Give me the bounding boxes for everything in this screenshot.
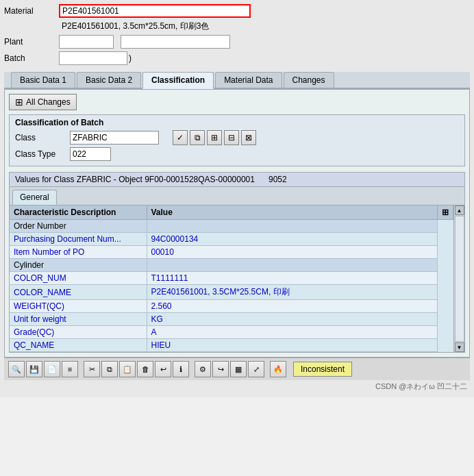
- material-description: P2E401561001, 3.5cm*25.5cm, 印刷3色: [62, 21, 470, 32]
- cell-description: Grade(QC): [10, 326, 147, 339]
- toolbar-search-btn[interactable]: 🔍: [8, 361, 25, 377]
- toolbar-delete-btn[interactable]: 🗑: [137, 361, 153, 377]
- table-row: Cylinder: [10, 259, 453, 272]
- table-row: Order Number: [10, 220, 453, 233]
- batch-input[interactable]: [59, 51, 127, 65]
- plant-input[interactable]: [59, 35, 114, 49]
- toolbar-undo-btn[interactable]: ↩: [155, 361, 171, 377]
- toolbar-fire-btn[interactable]: 🔥: [270, 361, 286, 377]
- toolbar-export-btn[interactable]: ⤢: [248, 361, 264, 377]
- check-icon-btn[interactable]: ✓: [173, 130, 188, 145]
- all-changes-button[interactable]: ⊞ All Changes: [9, 94, 77, 110]
- cell-value: P2E401561001, 3.5CM*25.5CM, 印刷: [147, 285, 438, 300]
- toolbar-redo-btn[interactable]: ↪: [212, 361, 229, 377]
- classification-section-title: Classification of Batch: [15, 118, 459, 127]
- cell-description: Item Number of PO: [10, 246, 147, 259]
- batch-row: Batch ): [4, 51, 470, 65]
- table-row: QC_NAMEHIEU: [10, 339, 453, 352]
- table-row: COLOR_NAMEP2E401561001, 3.5CM*25.5CM, 印刷: [10, 285, 453, 300]
- toolbar-copy-btn[interactable]: ⧉: [101, 361, 118, 377]
- table-row: Purchasing Document Num...94C0000134: [10, 233, 453, 246]
- classification-section: Classification of Batch Class ✓ ⧉ ⊞ ⊟ ⊠ …: [9, 114, 465, 166]
- plant-input2[interactable]: [121, 35, 230, 49]
- class-type-row: Class Type: [15, 147, 459, 161]
- grid2-icon-btn[interactable]: ⊟: [224, 130, 239, 145]
- class-type-input[interactable]: [70, 147, 111, 161]
- values-header: Values for Class ZFABRIC - Object 9F00-0…: [9, 172, 465, 187]
- class-label: Class: [15, 133, 70, 142]
- scrollbar[interactable]: ▲ ▼: [453, 205, 464, 352]
- tab-basic-data-1[interactable]: Basic Data 1: [11, 72, 75, 88]
- scroll-track: [455, 216, 464, 342]
- batch-label: Batch: [4, 53, 59, 63]
- col-description-header: Characteristic Description: [10, 205, 147, 220]
- cell-value: [147, 220, 438, 233]
- grid1-icon-btn[interactable]: ⊞: [207, 130, 222, 145]
- table-row: Grade(QC)A: [10, 326, 453, 339]
- values-number: 9052: [269, 175, 287, 184]
- material-input[interactable]: [59, 4, 251, 18]
- tab-basic-data-2[interactable]: Basic Data 2: [77, 72, 141, 88]
- toolbar-list-btn[interactable]: ≡: [62, 361, 78, 377]
- cell-value: HIEU: [147, 339, 438, 352]
- tab-material-data[interactable]: Material Data: [215, 72, 282, 88]
- table-row: Unit for weightKG: [10, 313, 453, 326]
- table-header-row: Characteristic Description Value ⊞: [10, 205, 453, 220]
- table-scroll-area: Characteristic Description Value ⊞ Order…: [10, 205, 453, 352]
- toolbar-doc-btn[interactable]: 📄: [44, 361, 60, 377]
- class-type-label: Class Type: [15, 149, 70, 159]
- toolbar-paste-btn[interactable]: 📋: [119, 361, 136, 377]
- plant-label: Plant: [4, 37, 59, 47]
- table-icon: ⊞: [15, 97, 23, 108]
- scroll-down-btn[interactable]: ▼: [455, 342, 464, 352]
- cell-description: QC_NAME: [10, 339, 147, 352]
- grid3-icon-btn[interactable]: ⊠: [241, 130, 256, 145]
- class-value-input[interactable]: [70, 131, 159, 145]
- main-tabs-bar: Basic Data 1 Basic Data 2 Classification…: [4, 72, 470, 89]
- inconsistent-button[interactable]: Inconsistent: [293, 362, 352, 377]
- cell-description: COLOR_NUM: [10, 272, 147, 285]
- cell-value: KG: [147, 313, 438, 326]
- inner-tabs: General: [9, 187, 465, 205]
- cell-description: WEIGHT(QC): [10, 300, 147, 313]
- cell-value: T1111111: [147, 272, 438, 285]
- toolbar-save-btn[interactable]: 💾: [26, 361, 42, 377]
- cell-description: COLOR_NAME: [10, 285, 147, 300]
- table-row: Item Number of PO00010: [10, 246, 453, 259]
- tab-classification[interactable]: Classification: [142, 72, 214, 89]
- material-row: Material: [4, 4, 470, 18]
- characteristics-table: Characteristic Description Value ⊞ Order…: [10, 205, 453, 352]
- cell-description: Order Number: [10, 220, 147, 233]
- watermark: CSDN @ネわイω 凹二十二: [4, 380, 470, 393]
- toolbar-info-btn[interactable]: ℹ: [173, 361, 189, 377]
- copy-icon-btn[interactable]: ⧉: [190, 130, 205, 145]
- values-header-text: Values for Class ZFABRIC - Object 9F00-0…: [15, 175, 255, 184]
- expand-icon[interactable]: ⊞: [442, 208, 449, 217]
- class-icons: ✓ ⧉ ⊞ ⊟ ⊠: [173, 130, 256, 145]
- table-row: COLOR_NUMT1111111: [10, 272, 453, 285]
- table-row: WEIGHT(QC)2.560: [10, 300, 453, 313]
- table-container: Characteristic Description Value ⊞ Order…: [9, 205, 465, 353]
- toolbar-config1-btn[interactable]: ⚙: [195, 361, 211, 377]
- table-wrapper: Characteristic Description Value ⊞ Order…: [10, 205, 464, 352]
- content-area: ⊞ All Changes Classification of Batch Cl…: [4, 89, 470, 358]
- toolbar-cut-btn[interactable]: ✂: [84, 361, 100, 377]
- toolbar-filter-btn[interactable]: ▦: [230, 361, 247, 377]
- inner-tab-general[interactable]: General: [12, 190, 57, 205]
- cell-description: Cylinder: [10, 259, 147, 272]
- plant-row: Plant: [4, 35, 470, 49]
- col-value-header: Value: [147, 205, 438, 220]
- col-icon-header: ⊞: [438, 205, 453, 220]
- class-row: Class ✓ ⧉ ⊞ ⊟ ⊠: [15, 130, 459, 145]
- cell-value: A: [147, 326, 438, 339]
- cell-value: 2.560: [147, 300, 438, 313]
- main-container: Material P2E401561001, 3.5cm*25.5cm, 印刷3…: [0, 0, 474, 397]
- cell-description: Unit for weight: [10, 313, 147, 326]
- bottom-toolbar: 🔍 💾 📄 ≡ ✂ ⧉ 📋 🗑 ↩ ℹ ⚙ ↪ ▦ ⤢ 🔥 Inconsiste…: [4, 358, 470, 380]
- scroll-up-btn[interactable]: ▲: [455, 205, 464, 215]
- material-label: Material: [4, 6, 59, 16]
- cell-value: 00010: [147, 246, 438, 259]
- tab-changes[interactable]: Changes: [284, 72, 334, 88]
- batch-suffix: ): [129, 53, 132, 63]
- cell-description: Purchasing Document Num...: [10, 233, 147, 246]
